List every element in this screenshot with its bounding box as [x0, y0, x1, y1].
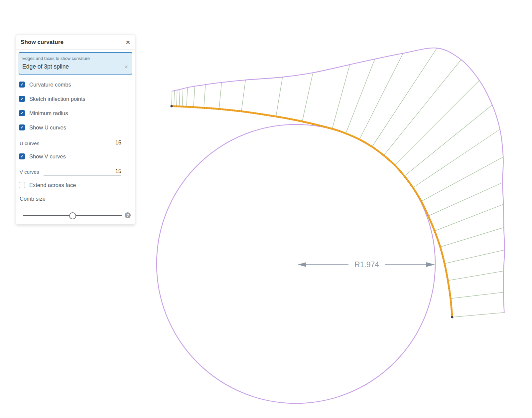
comb-line [172, 91, 172, 106]
spline-edge[interactable] [172, 106, 452, 317]
sketch-inflection-points-label: Sketch inflection points [29, 96, 85, 102]
comb-line [302, 73, 313, 122]
u-curves-label: U curves [20, 140, 39, 147]
dialog-header: Show curvature × [16, 35, 135, 50]
dimension-arrow-left-icon [298, 262, 306, 267]
spline-endpoints [171, 105, 454, 318]
extend-across-face-checkbox[interactable] [19, 182, 25, 188]
comb-line [187, 88, 188, 107]
show-v-curves-label: Show V curves [29, 153, 66, 160]
comb-line [451, 292, 503, 299]
curvature-combs-checkbox[interactable] [19, 82, 25, 88]
comb-line [332, 65, 350, 129]
spline-edge-texture [172, 106, 452, 317]
row-show-v-curves: Show V curves [16, 153, 135, 160]
spline-endpoint-dot[interactable] [171, 105, 173, 107]
comb-line [219, 83, 221, 109]
comb-line [179, 90, 180, 106]
comb-line [421, 157, 503, 201]
comb-size-row: ? [16, 212, 135, 219]
comb-envelope-curve [172, 48, 504, 313]
comb-line [428, 183, 503, 216]
curvature-combs-label: Curvature combs [29, 82, 71, 88]
comb-line [182, 89, 183, 106]
comb-line [276, 77, 283, 116]
comb-size-slider-handle[interactable] [69, 212, 76, 219]
row-extend-across-face: Extend across face [16, 182, 135, 188]
selection-field-label: Edges and faces to show curvature [22, 56, 128, 61]
show-u-curves-checkbox[interactable] [19, 124, 25, 130]
dimension-arrow-right-icon [426, 262, 435, 267]
close-icon[interactable]: × [126, 39, 130, 46]
sketch-inflection-points-checkbox[interactable] [19, 96, 25, 102]
show-v-curves-checkbox[interactable] [19, 153, 25, 159]
radius-dimension-label: R1.974 [354, 260, 379, 269]
comb-size-label: Comb size [16, 196, 135, 202]
show-curvature-dialog: Show curvature × Edges and faces to show… [16, 35, 135, 225]
minimum-radius-label: Minimum radius [29, 110, 68, 116]
comb-line [452, 313, 504, 317]
row-curvature-combs: Curvature combs [16, 81, 135, 88]
comb-line [204, 85, 205, 108]
comb-line [359, 53, 403, 139]
v-curves-row: V curves 15 [16, 167, 135, 176]
u-curves-input[interactable]: 15 [44, 139, 121, 147]
comb-line [177, 90, 177, 106]
clear-selection-icon[interactable]: × [124, 64, 128, 70]
min-radius-circle [157, 124, 435, 403]
u-curves-row: U curves 15 [16, 138, 135, 147]
comb-line [174, 91, 175, 106]
selection-field-value: Edge of 3pt spline [22, 63, 128, 70]
dialog-title: Show curvature [21, 39, 64, 46]
v-curves-label: V curves [20, 169, 39, 176]
comb-line [384, 60, 461, 155]
row-show-u-curves: Show U curves [16, 124, 135, 131]
comb-line [404, 105, 492, 176]
minimum-radius-checkbox[interactable] [19, 110, 25, 116]
comb-line [241, 80, 245, 111]
v-curves-input[interactable]: 15 [44, 168, 121, 176]
comb-line [194, 86, 195, 107]
spline-endpoint-dot[interactable] [451, 316, 454, 318]
row-sketch-inflection-points: Sketch inflection points [16, 96, 135, 102]
extend-across-face-label: Extend across face [29, 182, 76, 188]
comb-line [440, 228, 504, 247]
graphics-area[interactable]: R1.974 Show curvature × Edges and faces … [0, 0, 532, 418]
show-u-curves-label: Show U curves [29, 124, 66, 131]
comb-size-slider[interactable] [23, 212, 122, 219]
comb-line [448, 271, 504, 281]
curvature-combs [172, 48, 504, 317]
comb-line [372, 48, 437, 147]
comb-line [445, 250, 504, 264]
row-minimum-radius: Minimum radius [16, 110, 135, 116]
comb-line [346, 59, 375, 133]
radius-dimension: R1.974 [298, 260, 435, 269]
help-icon[interactable]: ? [125, 212, 131, 218]
selection-field[interactable]: Edges and faces to show curvature Edge o… [19, 52, 132, 75]
